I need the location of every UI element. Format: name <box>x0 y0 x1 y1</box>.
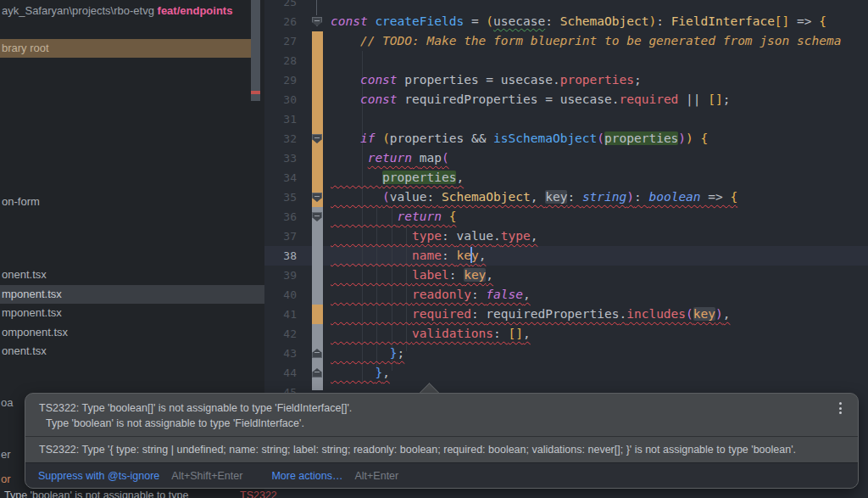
scrollbar-error-mark <box>251 91 260 94</box>
error-tooltip: TS2322: Type 'boolean[]' is not assignab… <box>25 393 859 489</box>
code-line[interactable]: 25 <box>264 0 868 12</box>
code-line[interactable]: 33 return map( <box>264 148 868 168</box>
code-line[interactable]: 35 (value: SchemaObject, key: string): b… <box>264 187 868 207</box>
token: ; <box>634 73 642 87</box>
token <box>331 131 360 145</box>
code-line[interactable]: 44 }, <box>264 363 868 383</box>
token: required <box>412 307 471 321</box>
token <box>331 346 390 360</box>
token: value <box>390 190 427 204</box>
token: properties <box>560 73 634 87</box>
code-text: if (properties && isSchemaObject(propert… <box>331 129 708 148</box>
sidebar-scrollbar[interactable] <box>251 0 260 101</box>
token <box>331 249 412 262</box>
code-line[interactable]: 32 if (properties && isSchemaObject(prop… <box>264 129 868 148</box>
token: ( <box>686 307 693 321</box>
code-line[interactable]: 31 <box>264 109 868 129</box>
token: ; <box>723 92 731 106</box>
sidebar-file-item[interactable]: omponent.tsx <box>0 323 264 342</box>
token: value <box>456 229 493 243</box>
line-number[interactable]: 42 <box>268 324 297 344</box>
token: = <box>479 73 501 87</box>
token: . <box>619 307 626 321</box>
token <box>331 92 360 106</box>
line-number[interactable]: 41 <box>268 305 297 324</box>
line-number[interactable]: 25 <box>268 0 297 12</box>
code-line[interactable]: 42 validations: [], <box>264 324 868 344</box>
token: , <box>486 268 493 282</box>
token: [] <box>708 92 722 106</box>
code-line[interactable]: 37 type: value.type, <box>264 227 868 246</box>
token: => <box>789 14 819 28</box>
token: } <box>390 346 398 360</box>
token <box>331 268 412 282</box>
line-number[interactable]: 34 <box>268 168 297 187</box>
code-line[interactable]: 28 <box>264 51 868 70</box>
token <box>693 131 701 145</box>
line-number[interactable]: 43 <box>268 344 297 363</box>
token: includes <box>626 307 686 321</box>
code-line[interactable]: 39 label: key, <box>264 266 868 285</box>
code-line[interactable]: 30 const requiredProperties = usecase.re… <box>264 90 868 109</box>
token: . <box>493 229 501 243</box>
line-number[interactable]: 38 <box>268 246 297 266</box>
line-number[interactable]: 40 <box>268 285 297 305</box>
code-text: type: value.type, <box>331 227 537 246</box>
token: key <box>464 268 486 282</box>
sidebar-file-item[interactable]: mponent.tsx <box>0 285 264 304</box>
code-line[interactable]: 36 return { <box>264 207 868 227</box>
line-number[interactable]: 37 <box>268 227 297 246</box>
token: string <box>582 190 626 204</box>
line-number[interactable]: 36 <box>268 207 297 227</box>
token: && <box>464 131 493 145</box>
suppress-ts-ignore-button[interactable]: Suppress with @ts-ignore <box>38 470 159 482</box>
code-text: }; <box>331 344 404 363</box>
token: . <box>553 73 560 87</box>
token <box>331 210 398 223</box>
sidebar-file-item[interactable]: onent.tsx <box>0 266 264 284</box>
token <box>331 307 412 321</box>
token: , <box>531 229 538 243</box>
code-line[interactable]: 40 readonly: false, <box>264 285 868 305</box>
token: , <box>382 366 390 379</box>
more-actions-button[interactable]: More actions… <box>271 470 342 482</box>
token: type <box>412 229 442 243</box>
token: return <box>368 151 412 165</box>
token: [] <box>775 14 789 28</box>
token: : <box>449 268 464 282</box>
git-branch-label: feat/endpoints <box>158 4 233 17</box>
code-line[interactable]: 26const createFields = (usecase: SchemaO… <box>264 12 868 31</box>
token: SchemaObject <box>560 14 649 28</box>
token <box>331 190 382 204</box>
code-line[interactable]: 43 }; <box>264 344 868 363</box>
line-number[interactable]: 35 <box>268 187 297 207</box>
token: . <box>612 92 620 106</box>
code-line[interactable]: 34 properties, <box>264 168 868 187</box>
token: return <box>398 210 449 223</box>
token: [] <box>509 327 523 340</box>
code-line[interactable]: 27 // TODO: Make the form blueprint to b… <box>264 31 868 51</box>
line-number[interactable]: 30 <box>268 90 297 109</box>
sidebar-item-folder[interactable]: on-form <box>0 193 264 211</box>
line-number[interactable]: 31 <box>268 109 297 129</box>
tooltip-more-menu-icon[interactable] <box>839 402 843 417</box>
sidebar-file-item[interactable]: mponent.tsx <box>0 304 264 322</box>
code-line[interactable]: 29 const properties = usecase.properties… <box>264 70 868 90</box>
line-number[interactable]: 33 <box>268 148 297 168</box>
token: required <box>620 92 679 106</box>
line-number[interactable]: 26 <box>268 12 297 31</box>
line-number[interactable]: 39 <box>268 266 297 285</box>
code-line[interactable]: 38 name: key, <box>264 246 868 266</box>
line-number[interactable]: 28 <box>268 51 297 70</box>
sidebar-item-library-root[interactable]: brary root <box>0 39 252 58</box>
token <box>331 366 375 379</box>
token: ) <box>715 307 723 321</box>
token: false <box>486 288 523 301</box>
code-line[interactable]: 41 required: requiredProperties.includes… <box>264 305 868 324</box>
code-text: (value: SchemaObject, key: string): bool… <box>331 187 737 207</box>
line-number[interactable]: 27 <box>268 31 297 51</box>
sidebar-file-item[interactable]: onent.tsx <box>0 342 264 361</box>
line-number[interactable]: 29 <box>268 70 297 90</box>
line-number[interactable]: 32 <box>268 129 297 148</box>
line-number[interactable]: 44 <box>268 363 297 383</box>
